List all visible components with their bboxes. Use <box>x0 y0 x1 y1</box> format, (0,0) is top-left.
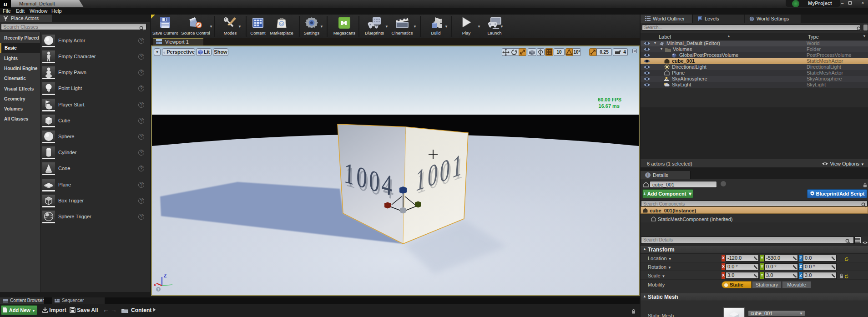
svg-text:60.00 FPS: 60.00 FPS <box>598 97 621 102</box>
svg-text:16.67 ms: 16.67 ms <box>599 103 620 109</box>
svg-text:Z: Z <box>164 273 167 278</box>
svg-text:?: ? <box>157 287 160 292</box>
svg-text:x: x <box>154 282 156 287</box>
